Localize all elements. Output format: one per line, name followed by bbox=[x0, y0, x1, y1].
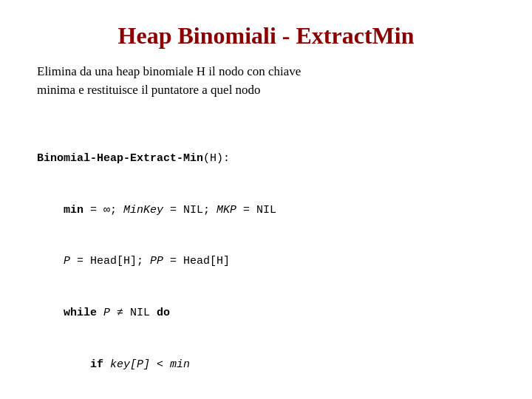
page: Heap Binomiali - ExtractMin Elimina da u… bbox=[0, 0, 532, 399]
code-line-2: P = Head[H]; PP = Head[H] bbox=[37, 253, 495, 270]
kw-do: do bbox=[157, 307, 170, 319]
page-title: Heap Binomiali - ExtractMin bbox=[37, 22, 495, 50]
kw-while: while bbox=[64, 307, 97, 319]
code-block: Binomial-Heap-Extract-Min(H): min = ∞; M… bbox=[37, 115, 495, 399]
kw-min: min bbox=[64, 204, 83, 216]
code-line-4: if key[P] < min bbox=[37, 356, 495, 373]
kw-if: if bbox=[90, 358, 103, 371]
title-text: Heap Binomiali - ExtractMin bbox=[118, 22, 415, 49]
code-line-1: min = ∞; MinKey = NIL; MKP = NIL bbox=[37, 202, 495, 219]
description: Elimina da una heap binomiale H il nodo … bbox=[37, 63, 495, 99]
italic-minkey: MinKey bbox=[123, 204, 163, 216]
italic-p2: P bbox=[103, 307, 110, 319]
code-line-3: while P ≠ NIL do bbox=[37, 304, 495, 321]
code-keyword-binomial: Binomial-Heap-Extract-Min bbox=[37, 152, 203, 165]
italic-p: P bbox=[64, 255, 70, 267]
desc-line2: minima e restituisce il puntatore a quel… bbox=[37, 83, 261, 97]
italic-pp: PP bbox=[150, 255, 163, 267]
desc-line1: Elimina da una heap binomiale H il nodo … bbox=[37, 64, 301, 78]
italic-keyp: key[P] bbox=[110, 358, 150, 371]
italic-min2: min bbox=[170, 358, 190, 371]
italic-mkp: MKP bbox=[216, 204, 236, 216]
code-line-sig: Binomial-Heap-Extract-Min(H): bbox=[37, 150, 495, 167]
